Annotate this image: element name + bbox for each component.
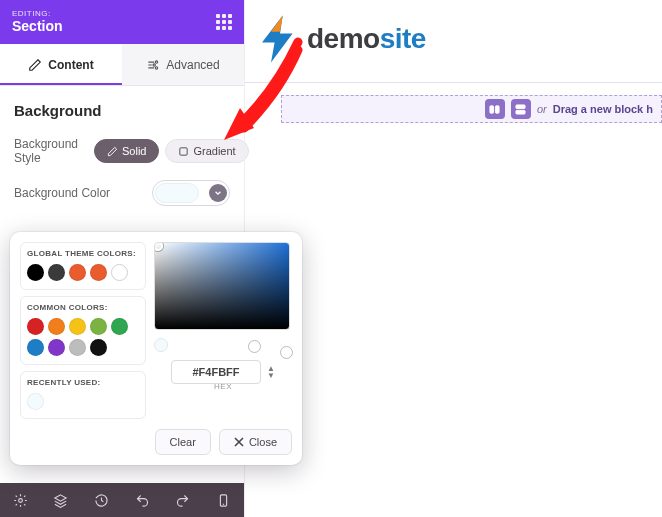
close-button[interactable]: Close (219, 429, 292, 455)
tab-content[interactable]: Content (0, 44, 122, 85)
svg-point-2 (156, 66, 158, 68)
svg-rect-7 (496, 105, 500, 112)
common-swatch[interactable] (27, 339, 44, 356)
svg-rect-8 (516, 104, 525, 108)
svg-rect-3 (180, 148, 187, 155)
svg-point-0 (156, 60, 158, 62)
site-logo: demosite (245, 0, 662, 83)
redo-icon[interactable] (175, 492, 191, 508)
field-background-style: Background Style Solid Gradient (14, 137, 230, 166)
bg-color-chip[interactable] (152, 180, 230, 206)
dropzone-text: Drag a new block h (553, 103, 653, 115)
canvas: demosite or Drag a new block h (244, 0, 662, 517)
common-swatch[interactable] (90, 339, 107, 356)
columns-icon[interactable] (485, 99, 505, 119)
bg-color-preview (155, 183, 199, 203)
logo-text: demosite (307, 23, 426, 55)
common-swatch[interactable] (27, 318, 44, 335)
bolt-icon (253, 12, 307, 66)
svg-point-1 (153, 63, 155, 65)
bg-color-label: Background Color (14, 186, 110, 200)
common-swatch[interactable] (48, 318, 65, 335)
hex-input[interactable] (171, 360, 261, 384)
settings-icon[interactable] (12, 492, 28, 508)
recent-colors-title: RECENTLY USED: (27, 378, 139, 387)
rows-icon[interactable] (511, 99, 531, 119)
tabs: Content Advanced (0, 44, 244, 86)
tab-advanced[interactable]: Advanced (122, 44, 244, 85)
global-swatch[interactable] (27, 264, 44, 281)
color-picker: GLOBAL THEME COLORS: COMMON COLORS: RECE… (10, 232, 302, 465)
undo-icon[interactable] (134, 492, 150, 508)
logo-demo: demo (307, 23, 380, 54)
bg-style-label: Background Style (14, 137, 94, 166)
current-color-dot (154, 338, 168, 352)
bg-style-gradient[interactable]: Gradient (165, 139, 248, 163)
bg-style-gradient-label: Gradient (193, 145, 235, 157)
common-swatch[interactable] (111, 318, 128, 335)
sv-picker[interactable] (154, 242, 290, 330)
alpha-handle[interactable] (280, 346, 293, 359)
layers-icon[interactable] (53, 492, 69, 508)
common-colors-block: COMMON COLORS: (20, 296, 146, 365)
global-swatch[interactable] (48, 264, 65, 281)
sv-handle[interactable] (154, 242, 163, 251)
hue-handle[interactable] (248, 340, 261, 353)
global-swatch[interactable] (90, 264, 107, 281)
chevron-down-icon (209, 184, 227, 202)
global-swatch[interactable] (111, 264, 128, 281)
editing-title: Section (12, 19, 63, 34)
global-colors-title: GLOBAL THEME COLORS: (27, 249, 139, 258)
section-heading: Background (14, 102, 230, 119)
format-stepper[interactable]: ▲▼ (267, 365, 275, 379)
mobile-preview-icon[interactable] (216, 492, 232, 508)
tab-content-label: Content (48, 58, 93, 72)
common-swatch[interactable] (69, 339, 86, 356)
tab-advanced-label: Advanced (166, 58, 219, 72)
logo-site: site (380, 23, 426, 54)
drag-grip-icon[interactable] (216, 14, 232, 30)
bg-style-solid[interactable]: Solid (94, 139, 159, 163)
global-colors-block: GLOBAL THEME COLORS: (20, 242, 146, 290)
common-colors-title: COMMON COLORS: (27, 303, 139, 312)
clear-button[interactable]: Clear (155, 429, 211, 455)
common-swatch[interactable] (69, 318, 86, 335)
recent-colors-block: RECENTLY USED: (20, 371, 146, 419)
dropzone-or: or (537, 103, 547, 115)
editing-label: EDITING: (12, 10, 63, 18)
bottom-bar (0, 483, 244, 517)
svg-rect-6 (490, 105, 494, 112)
svg-rect-9 (516, 110, 525, 114)
recent-swatch[interactable] (27, 393, 44, 410)
field-background-color: Background Color (14, 180, 230, 206)
common-swatch[interactable] (48, 339, 65, 356)
dropzone[interactable]: or Drag a new block h (281, 95, 662, 123)
common-swatch[interactable] (90, 318, 107, 335)
panel-header: EDITING: Section (0, 0, 244, 44)
history-icon[interactable] (94, 492, 110, 508)
svg-point-4 (18, 498, 22, 502)
bg-style-solid-label: Solid (122, 145, 146, 157)
global-swatch[interactable] (69, 264, 86, 281)
